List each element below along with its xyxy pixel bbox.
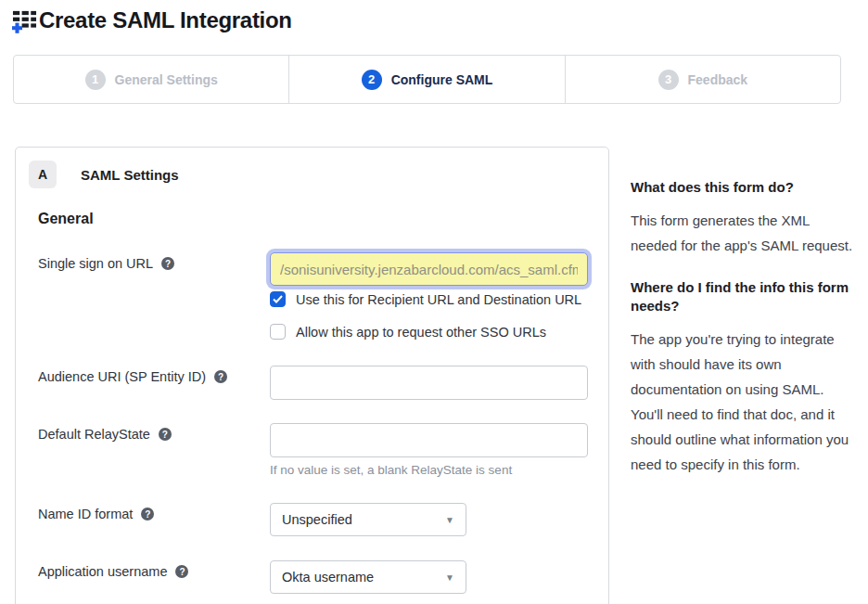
relay-state-label: Default RelayState ?: [38, 427, 172, 442]
chevron-down-icon: ▼: [445, 515, 454, 525]
section-header: A SAML Settings: [29, 161, 179, 188]
checkbox-unchecked-icon[interactable]: [270, 324, 286, 340]
help-icon[interactable]: ?: [214, 370, 227, 383]
audience-uri-label: Audience URI (SP Entity ID) ?: [38, 369, 227, 384]
general-heading: General: [38, 211, 94, 227]
app-username-label: Application username ?: [38, 564, 188, 579]
select-value: Unspecified: [282, 512, 352, 527]
sso-url-input[interactable]: [270, 252, 588, 286]
sidebar-body-what: This form generates the XML needed for t…: [631, 208, 855, 258]
step-label: Configure SAML: [391, 72, 493, 87]
create-app-grid-plus-icon: [12, 8, 37, 33]
select-value: Okta username: [282, 570, 374, 585]
recipient-url-checkbox-row[interactable]: Use this for Recipient URL and Destinati…: [270, 291, 581, 307]
step-configure-saml[interactable]: 2 Configure SAML: [288, 56, 564, 103]
saml-settings-panel: A SAML Settings General Single sign on U…: [15, 147, 609, 604]
relay-state-hint: If no value is set, a blank RelayState i…: [270, 463, 512, 477]
help-icon[interactable]: ?: [161, 257, 174, 270]
help-sidebar: What does this form do? This form genera…: [631, 178, 855, 497]
name-id-format-select[interactable]: Unspecified ▼: [270, 503, 466, 536]
checkbox-label: Allow this app to request other SSO URLs: [296, 325, 546, 340]
section-title: SAML Settings: [81, 167, 179, 183]
section-badge: A: [29, 161, 57, 188]
step-general-settings[interactable]: 1 General Settings: [14, 56, 288, 103]
help-icon[interactable]: ?: [175, 565, 188, 578]
chevron-down-icon: ▼: [445, 572, 454, 583]
step-label: Feedback: [688, 72, 748, 87]
step-number-badge: 2: [362, 70, 382, 90]
step-label: General Settings: [115, 72, 218, 87]
wizard-steps: 1 General Settings 2 Configure SAML 3 Fe…: [13, 55, 841, 104]
app-username-select[interactable]: Okta username ▼: [270, 560, 466, 594]
other-sso-checkbox-row[interactable]: Allow this app to request other SSO URLs: [270, 324, 546, 340]
page-title: Create SAML Integration: [39, 7, 292, 33]
sidebar-heading-where: Where do I find the info this form needs…: [631, 278, 855, 315]
checkbox-checked-icon[interactable]: [270, 291, 286, 307]
step-feedback[interactable]: 3 Feedback: [565, 56, 840, 103]
sso-url-label: Single sign on URL ?: [38, 256, 174, 271]
page-header: Create SAML Integration: [12, 7, 292, 33]
sidebar-heading-what: What does this form do?: [631, 178, 855, 197]
checkbox-label: Use this for Recipient URL and Destinati…: [296, 292, 581, 307]
help-icon[interactable]: ?: [159, 428, 172, 441]
step-number-badge: 3: [658, 70, 679, 90]
step-number-badge: 1: [85, 70, 106, 90]
sidebar-body-where: The app you're trying to integrate with …: [631, 327, 855, 477]
audience-uri-input[interactable]: [270, 366, 588, 400]
relay-state-input[interactable]: [270, 423, 588, 457]
name-id-format-label: Name ID format ?: [38, 507, 154, 521]
help-icon[interactable]: ?: [141, 508, 154, 520]
